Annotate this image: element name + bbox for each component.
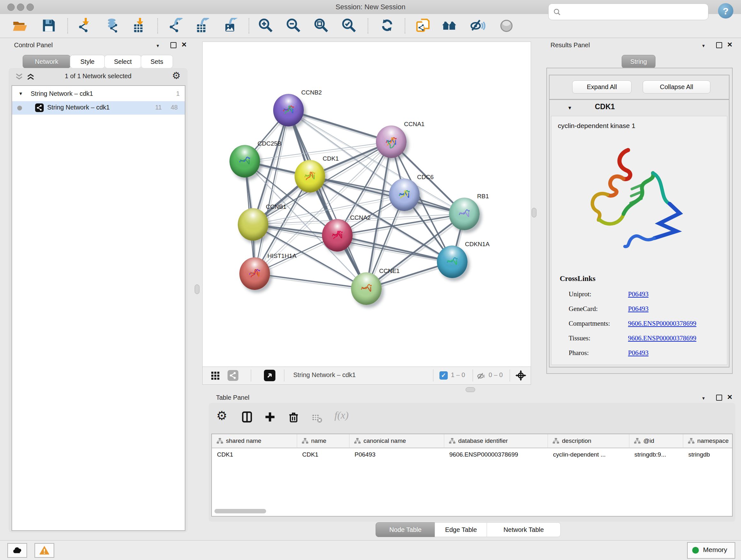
table-panel-float-icon[interactable] — [716, 395, 722, 401]
protein-structure-thumbnail — [302, 168, 318, 184]
search-box[interactable] — [548, 3, 709, 20]
refresh-icon[interactable] — [379, 17, 396, 35]
zoom-selected-icon[interactable] — [340, 17, 358, 35]
clone-network-icon[interactable] — [414, 17, 432, 35]
tree-expander-icon[interactable]: ▼ — [18, 91, 23, 96]
network-node-cdc6[interactable] — [389, 179, 420, 211]
tab-network[interactable]: Network — [23, 55, 71, 68]
tab-select[interactable]: Select — [105, 55, 141, 68]
table-cell[interactable]: 9606.ENSP00000378699 — [444, 448, 548, 461]
network-collection-row[interactable]: ▼ String Network – cdk1 1 — [12, 88, 185, 101]
network-node-rb1[interactable] — [449, 198, 480, 230]
protein-structure-thumbnail — [457, 206, 472, 221]
zoom-fit-icon[interactable] — [313, 17, 330, 35]
tab-sets[interactable]: Sets — [141, 55, 173, 68]
zoom-out-icon[interactable] — [285, 17, 302, 35]
network-node-ccnb1[interactable] — [238, 208, 268, 241]
column-header-namespace[interactable]: namespace — [683, 434, 733, 448]
save-session-icon[interactable] — [40, 17, 58, 35]
hide-selected-icon[interactable] — [469, 17, 487, 35]
table-gear-icon[interactable]: ⚙ — [216, 409, 227, 423]
export-network-icon[interactable] — [167, 17, 185, 35]
network-selection-summary: 1 of 1 Network selected — [9, 72, 188, 80]
node-label: CDKN1A — [465, 241, 489, 248]
network-node-hist1h1a[interactable] — [239, 257, 270, 290]
expand-collapse-bar: Expand All Collapse All — [549, 75, 730, 100]
open-file-icon[interactable] — [11, 17, 29, 35]
table-cell[interactable]: CDK1 — [212, 448, 297, 461]
network-node-cdkn1a[interactable] — [437, 246, 468, 278]
memory-button[interactable]: Memory — [687, 542, 735, 559]
export-table-icon[interactable] — [193, 17, 211, 35]
left-splitter-handle[interactable] — [195, 285, 199, 294]
zoom-in-icon[interactable] — [257, 17, 275, 35]
tab-style[interactable]: Style — [70, 55, 105, 68]
table-horizontal-scrollbar[interactable] — [214, 509, 266, 513]
warning-button[interactable] — [35, 543, 54, 558]
right-splitter-handle[interactable] — [532, 208, 536, 217]
move-tool-icon[interactable] — [515, 370, 526, 381]
collapse-all-button[interactable]: Collapse All — [643, 80, 711, 94]
tab-string[interactable]: String — [622, 55, 656, 68]
column-header-id[interactable]: @id — [629, 434, 683, 448]
control-panel-float-icon[interactable] — [171, 42, 177, 48]
tab-node-table[interactable]: Node Table — [376, 522, 435, 537]
crosslink-link[interactable]: 9606.ENSP00000378699 — [628, 334, 696, 342]
show-all-icon[interactable] — [497, 17, 515, 35]
control-panel-close-icon[interactable]: ✕ — [181, 42, 187, 48]
import-network-icon[interactable] — [76, 17, 93, 35]
network-node-ccne1[interactable] — [351, 272, 382, 305]
bottom-splitter-handle[interactable] — [466, 387, 475, 392]
tab-network-table[interactable]: Network Table — [487, 522, 561, 537]
grid-view-icon[interactable] — [211, 371, 220, 380]
crosslink-link[interactable]: P06493 — [628, 349, 649, 357]
add-column-icon[interactable] — [264, 411, 276, 423]
column-header-name[interactable]: name — [297, 434, 349, 448]
show-columns-icon[interactable] — [241, 411, 253, 423]
expand-all-button[interactable]: Expand All — [572, 80, 631, 94]
birds-eye-view-icon[interactable] — [264, 370, 275, 381]
import-table-icon[interactable] — [130, 17, 148, 35]
column-header-databaseidentifier[interactable]: database identifier — [444, 434, 548, 448]
network-node-ccnb2[interactable] — [273, 94, 304, 126]
network-share-view-icon[interactable] — [227, 370, 239, 381]
results-panel-close-icon[interactable]: ✕ — [727, 42, 733, 48]
crosslink-link[interactable]: P06493 — [628, 305, 649, 313]
network-node-ccna1[interactable] — [376, 125, 407, 158]
selected-nodes-checkbox[interactable]: ✓ — [440, 371, 448, 380]
network-node-cdc25b[interactable] — [229, 145, 260, 178]
table-cell[interactable]: stringdb:9... — [629, 448, 683, 461]
network-node-ccna2[interactable] — [322, 219, 353, 252]
results-panel-float-icon[interactable] — [716, 42, 722, 48]
control-panel-menu-icon[interactable]: ▼ — [156, 44, 160, 48]
help-button[interactable]: ? — [718, 3, 733, 18]
results-panel-menu-icon[interactable]: ▼ — [701, 44, 705, 48]
network-row-selected[interactable]: String Network – cdk1 11 48 — [12, 101, 185, 115]
export-image-icon[interactable] — [221, 17, 239, 35]
cloud-button[interactable] — [7, 543, 27, 558]
network-view-toolbar: String Network – cdk1 ✓ 1 – 0 0 – 0 — [202, 367, 531, 385]
table-cell[interactable]: stringdb — [683, 448, 733, 461]
table-cell[interactable]: cyclin-dependent ... — [548, 448, 629, 461]
column-header-sharedname[interactable]: shared name — [212, 434, 297, 448]
network-canvas[interactable]: CCNB2CCNA1CDC25BCDK1CDC6RB1CCNB1CCNA2CDK… — [202, 42, 531, 367]
import-network-database-icon[interactable] — [104, 17, 121, 35]
network-node-cdk1[interactable] — [294, 160, 325, 192]
table-cell[interactable]: CDK1 — [297, 448, 349, 461]
table-row[interactable]: CDK1CDK1P064939606.ENSP00000378699cyclin… — [212, 448, 732, 461]
search-input[interactable] — [564, 6, 705, 18]
network-panel-gear-icon[interactable]: ⚙ — [172, 70, 181, 81]
node-table: shared namenamecanonical namedatabase id… — [211, 434, 733, 516]
column-header-description[interactable]: description — [548, 434, 629, 448]
home-icon[interactable] — [441, 17, 458, 35]
table-cell[interactable]: P06493 — [349, 448, 444, 461]
network-status-dot — [17, 106, 22, 111]
column-header-canonicalname[interactable]: canonical name — [349, 434, 444, 448]
crosslink-link[interactable]: 9606.ENSP00000378699 — [628, 320, 696, 327]
delete-column-icon[interactable] — [287, 411, 300, 423]
crosslink-link[interactable]: P06493 — [628, 290, 649, 298]
tab-edge-table[interactable]: Edge Table — [434, 522, 487, 537]
cdk1-expander-icon[interactable]: ▼ — [567, 105, 572, 111]
table-panel-close-icon[interactable]: ✕ — [727, 394, 733, 400]
table-panel-menu-icon[interactable]: ▼ — [701, 396, 705, 401]
